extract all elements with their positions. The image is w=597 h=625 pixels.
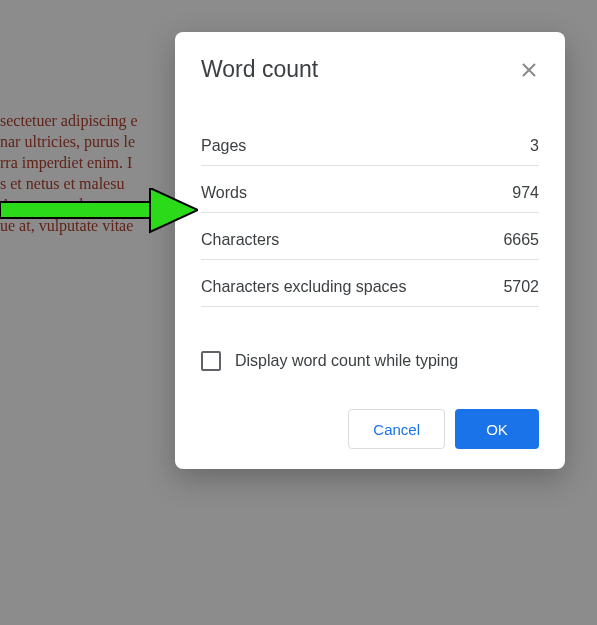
- word-count-dialog: Word count Pages 3 Words 974 Characters …: [175, 32, 565, 469]
- dialog-title: Word count: [201, 56, 318, 83]
- dialog-actions: Cancel OK: [201, 409, 539, 449]
- pages-label: Pages: [201, 137, 246, 155]
- words-value: 974: [512, 184, 539, 202]
- display-while-typing-row: Display word count while typing: [201, 351, 539, 371]
- pages-value: 3: [530, 137, 539, 155]
- close-button[interactable]: [519, 60, 539, 80]
- ok-button[interactable]: OK: [455, 409, 539, 449]
- characters-no-spaces-value: 5702: [503, 278, 539, 296]
- dialog-header: Word count: [201, 56, 539, 83]
- display-while-typing-label: Display word count while typing: [235, 352, 458, 370]
- characters-label: Characters: [201, 231, 279, 249]
- characters-no-spaces-row: Characters excluding spaces 5702: [201, 260, 539, 307]
- close-icon: [521, 62, 537, 78]
- cancel-button[interactable]: Cancel: [348, 409, 445, 449]
- characters-no-spaces-label: Characters excluding spaces: [201, 278, 406, 296]
- characters-value: 6665: [503, 231, 539, 249]
- pages-row: Pages 3: [201, 119, 539, 166]
- words-row: Words 974: [201, 166, 539, 213]
- display-while-typing-checkbox[interactable]: [201, 351, 221, 371]
- words-label: Words: [201, 184, 247, 202]
- characters-row: Characters 6665: [201, 213, 539, 260]
